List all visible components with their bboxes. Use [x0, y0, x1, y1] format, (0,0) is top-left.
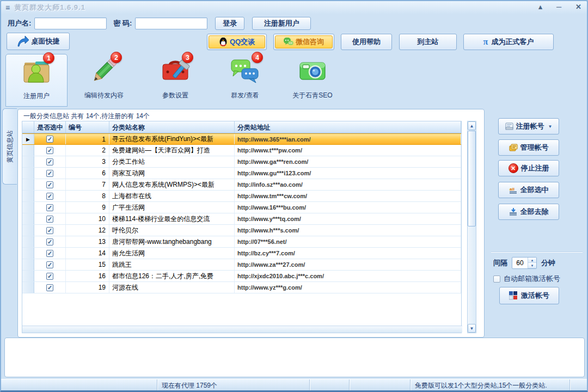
quick-bar: 桌面快捷 QQ交谈 微信咨询 使用帮助 到主站 π 成为正式客户: [1, 32, 587, 52]
stop-register-button[interactable]: ✕ 停止注册: [498, 160, 559, 176]
row-indicator: [22, 168, 34, 179]
row-indicator: [22, 156, 34, 167]
title-bar: ≡ 黄页群发大师1.6.9.1 ▴ ─ ✕: [1, 1, 587, 14]
badge-3: 3: [182, 52, 193, 63]
desktop-shortcut-button[interactable]: 桌面快捷: [7, 33, 70, 50]
toolbar-item-label: 注册用户: [23, 91, 50, 101]
menu-icon[interactable]: ≡: [5, 3, 10, 12]
row-checkbox[interactable]: ✓: [34, 145, 66, 156]
toolbar-item-edit-content[interactable]: 2 编辑待发内容: [72, 54, 136, 107]
header-checked[interactable]: 是否选中: [34, 121, 66, 133]
row-id: 14: [66, 248, 109, 259]
activate-account-button[interactable]: 激活帐号: [499, 287, 559, 304]
register-account-button[interactable]: 注册帐号 ▼: [498, 118, 559, 134]
qq-chat-button[interactable]: QQ交谈: [207, 34, 267, 50]
table-row[interactable]: ✓8上海都市在线http://www.tm***cw.com/: [22, 191, 461, 202]
scrollbar-thumb[interactable]: [468, 131, 476, 226]
table-row[interactable]: ▶✓1寻云信息发布系统(FindYun)><最新http://www.365**…: [22, 133, 461, 145]
scroll-down-icon[interactable]: ▼: [468, 324, 476, 333]
deselect-all-button[interactable]: 全部去除: [498, 204, 559, 220]
vertical-scrollbar[interactable]: ▲ ▼: [467, 121, 476, 333]
badge-1: 1: [43, 52, 54, 64]
table-row[interactable]: ✓13唐河帮帮网-www.tanghebangbanghttp://07***5…: [22, 236, 461, 248]
row-checkbox[interactable]: ✓: [34, 202, 66, 213]
row-checkbox[interactable]: ✓: [34, 191, 66, 201]
row-checkbox[interactable]: ✓: [34, 225, 66, 236]
row-indicator: [22, 202, 34, 213]
main-toolbar: 1 注册用户: [1, 53, 587, 108]
row-id: 16: [66, 271, 109, 281]
toolbar-item-label: 关于石青SEO: [292, 91, 332, 100]
row-site-name: 都市信息126：二手,人才,房产,免费: [109, 271, 235, 281]
toolbar-item-register-users[interactable]: 1 注册用户: [5, 54, 68, 107]
auto-email-checkbox[interactable]: [493, 275, 500, 283]
table-row[interactable]: ✓9广平生活网http://www.16***bu.com/: [22, 202, 461, 213]
form-icon: [505, 122, 513, 131]
wechat-button[interactable]: 微信咨询: [273, 34, 334, 50]
toolbar-item-about[interactable]: 关于石青SEO: [282, 54, 343, 107]
header-site-url[interactable]: 分类站地址: [235, 121, 461, 133]
toolbar-item-settings[interactable]: 3 参数设置: [144, 54, 207, 107]
table-row[interactable]: ✓16都市信息126：二手,人才,房产,免费http://xjxdc2010.a…: [22, 271, 461, 282]
login-row: 用户名: 密 码: 登录 注册新用户: [1, 15, 587, 32]
header-indicator: [22, 121, 34, 133]
row-site-name: 寻云信息发布系统(FindYun)><最新: [109, 134, 235, 144]
table-row[interactable]: ✓6商家互动网http://www.gu***i123.com/: [22, 168, 461, 179]
scroll-up-icon[interactable]: ▲: [468, 121, 476, 130]
become-customer-button[interactable]: π 成为正式客户: [463, 34, 554, 50]
row-id: 2: [66, 145, 109, 156]
row-checkbox[interactable]: ✓: [34, 156, 66, 167]
row-checkbox[interactable]: ✓: [34, 236, 66, 247]
table-row[interactable]: ✓10楼梯114-楼梯行业最全的信息交流http://www.y***tq.co…: [22, 213, 461, 225]
spinner-down-icon[interactable]: ▼: [528, 263, 536, 268]
row-checkbox[interactable]: ✓: [34, 248, 66, 259]
spinner-up-icon[interactable]: ▲: [528, 258, 536, 263]
row-checkbox[interactable]: ✓: [34, 134, 66, 144]
table-row[interactable]: ✓2免费建网站—【天津百众网】打造http://www.t***pw.com/: [22, 145, 461, 156]
table-row[interactable]: ✓12呼伦贝尔http://www.h***s.com/: [22, 225, 461, 236]
table-row[interactable]: ✓7网人信息发布系统(WRMPS)><最新http://info.sz***ao…: [22, 179, 461, 191]
interval-spinner[interactable]: 60 ▲ ▼: [512, 257, 537, 269]
svg-text:all: all: [510, 187, 514, 192]
row-indicator: [22, 248, 34, 259]
grid-squares-icon: [509, 291, 518, 300]
row-site-url: http://www.h***s.com/: [235, 225, 461, 236]
close-button[interactable]: ✕: [575, 2, 581, 12]
table-row[interactable]: ✓15跳跳王http://www.za***27.com/: [22, 259, 461, 271]
select-all-button[interactable]: all 全部选中: [498, 182, 559, 198]
row-checkbox[interactable]: ✓: [34, 213, 66, 224]
toolbar-item-mass-send[interactable]: 4 群发/查看: [213, 54, 277, 107]
side-tab-yellow-pages[interactable]: 黄页信息站: [2, 108, 17, 185]
table-row[interactable]: ✓19河源在线http://www.yz***g.com/: [22, 282, 461, 293]
table-row[interactable]: ✓3分类工作站http://www.ga***ren.com/: [22, 156, 461, 168]
auto-email-option[interactable]: 自动邮箱激活帐号: [493, 274, 560, 284]
row-site-url: http://info.sz***ao.com/: [235, 179, 461, 190]
row-site-name: 南允生活网: [109, 248, 235, 259]
group-title: 一般分类信息站 共有 14个,待注册的有 14个: [23, 112, 150, 121]
actions-panel: 注册帐号 ▼ 管理帐号 ✕ 停止注册 all 全部选中 全部去除: [486, 109, 588, 338]
register-new-user-button[interactable]: 注册新用户: [252, 17, 311, 30]
row-checkbox[interactable]: ✓: [34, 271, 66, 281]
help-button[interactable]: 使用帮助: [341, 34, 392, 50]
header-site-name[interactable]: 分类站名称: [109, 121, 235, 133]
interval-value[interactable]: 60: [512, 258, 528, 268]
username-input[interactable]: [34, 17, 107, 29]
row-site-name: 网人信息发布系统(WRMPS)><最新: [109, 179, 235, 190]
row-checkbox[interactable]: ✓: [34, 168, 66, 179]
status-segment: [1, 379, 157, 391]
main-site-button[interactable]: 到主站: [399, 34, 457, 50]
status-segment: [350, 379, 411, 391]
minimize-button[interactable]: ─: [556, 2, 561, 12]
row-checkbox[interactable]: ✓: [34, 179, 66, 190]
row-id: 12: [66, 225, 109, 236]
manage-account-button[interactable]: 管理帐号: [498, 139, 559, 156]
password-input[interactable]: [135, 17, 207, 29]
row-checkbox[interactable]: ✓: [34, 282, 66, 293]
table-row[interactable]: ✓14南允生活网http://bz.cy***7.com/: [22, 248, 461, 259]
horizontal-scrollbar[interactable]: [22, 326, 462, 333]
rollup-button[interactable]: ▴: [538, 2, 542, 12]
header-id[interactable]: 编号: [66, 121, 109, 133]
row-checkbox[interactable]: ✓: [34, 259, 66, 270]
row-indicator: [22, 145, 34, 156]
login-button[interactable]: 登录: [215, 17, 244, 30]
